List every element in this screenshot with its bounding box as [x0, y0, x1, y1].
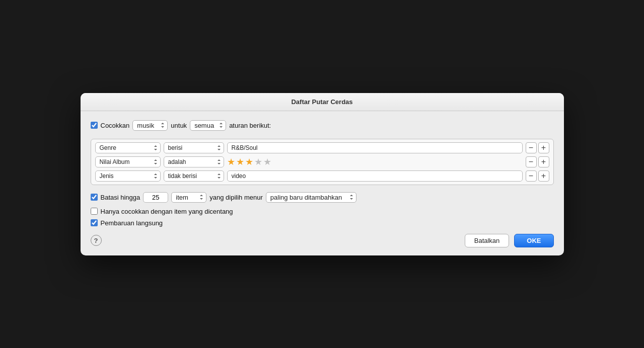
rule-field-select-3[interactable]: Jenis: [95, 170, 161, 182]
add-rule-button-3[interactable]: +: [538, 170, 549, 182]
star-2[interactable]: ★: [236, 156, 244, 167]
limit-unit-select[interactable]: item menit jam MB GB: [171, 192, 206, 203]
live-update-checkbox[interactable]: [91, 219, 98, 226]
match-checked-row: Hanya cocokkan dengan item yang dicentan…: [91, 208, 554, 215]
match-label: Cocokkan: [101, 122, 130, 129]
rules-label: aturan berikut:: [229, 122, 271, 129]
limit-checkbox[interactable]: [91, 194, 98, 201]
rule-condition-select-1[interactable]: berisi: [164, 142, 224, 153]
by-label: yang dipilih menur: [209, 194, 263, 201]
music-select[interactable]: musik: [132, 120, 168, 131]
add-rule-button-2[interactable]: +: [538, 156, 549, 167]
bottom-row: ? Batalkan OKE: [91, 234, 554, 247]
rule-actions-1: − +: [526, 142, 549, 153]
star-rating[interactable]: ★ ★ ★ ★ ★: [227, 156, 523, 167]
match-checked-checkbox[interactable]: [91, 208, 98, 215]
match-checkbox[interactable]: [91, 122, 98, 129]
match-checked-label[interactable]: Hanya cocokkan dengan item yang dicentan…: [91, 208, 233, 215]
match-row: Cocokkan musik untuk semua aturan beriku…: [91, 120, 554, 131]
dialog-titlebar: Daftar Putar Cerdas: [81, 93, 564, 111]
star-3[interactable]: ★: [245, 156, 253, 167]
sort-select[interactable]: paling baru ditambahkan paling jarang di…: [266, 192, 356, 203]
rule-value-input-1[interactable]: [227, 142, 523, 153]
rule-row: Jenis tidak berisi − +: [95, 170, 549, 182]
remove-rule-button-3[interactable]: −: [526, 170, 537, 182]
limit-row: Batasi hingga item menit jam MB GB yang …: [91, 192, 554, 203]
rule-field-select-1[interactable]: Genre: [95, 142, 161, 153]
star-5[interactable]: ★: [263, 156, 271, 167]
rule-field-select-2[interactable]: Nilai Album: [95, 156, 161, 167]
all-select[interactable]: semua: [190, 120, 226, 131]
rule-row: Nilai Album adalah ★ ★ ★ ★ ★ − +: [95, 156, 549, 167]
help-button[interactable]: ?: [91, 235, 102, 246]
dialog-body: Cocokkan musik untuk semua aturan beriku…: [81, 111, 564, 255]
add-rule-button-1[interactable]: +: [538, 142, 549, 153]
rule-value-input-3[interactable]: [227, 170, 523, 182]
rule-actions-2: − +: [526, 156, 549, 167]
for-label: untuk: [171, 122, 187, 129]
rules-container: Genre berisi − + Nilai Album adalah: [91, 139, 554, 185]
remove-rule-button-2[interactable]: −: [526, 156, 537, 167]
rule-actions-3: − +: [526, 170, 549, 182]
remove-rule-button-1[interactable]: −: [526, 142, 537, 153]
rule-condition-select-3[interactable]: tidak berisi: [164, 170, 224, 182]
ok-button[interactable]: OKE: [514, 234, 553, 247]
star-1[interactable]: ★: [227, 156, 235, 167]
rule-condition-select-2[interactable]: adalah: [164, 156, 224, 167]
cancel-button[interactable]: Batalkan: [465, 234, 510, 247]
live-update-label[interactable]: Pembaruan langsung: [91, 219, 163, 227]
dialog-title: Daftar Putar Cerdas: [291, 98, 352, 106]
star-4[interactable]: ★: [254, 156, 262, 167]
rule-row: Genre berisi − +: [95, 142, 549, 153]
live-update-row: Pembaruan langsung: [91, 219, 554, 227]
limit-number-input[interactable]: [143, 192, 168, 203]
smart-playlist-dialog: Daftar Putar Cerdas Cocokkan musik untuk…: [81, 93, 564, 255]
action-buttons: Batalkan OKE: [465, 234, 554, 247]
limit-label: Batasi hingga: [101, 194, 140, 201]
